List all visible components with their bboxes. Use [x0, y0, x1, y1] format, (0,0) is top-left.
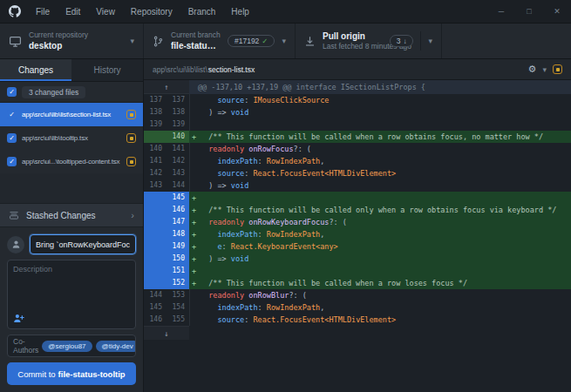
old-line-number: 139	[144, 118, 167, 131]
diff-line[interactable]: 151+	[144, 265, 571, 277]
tab-history[interactable]: History	[71, 59, 143, 82]
coauthors-field[interactable]: Co-Authors @sergiou87@tidy-dev	[7, 335, 136, 357]
diff-line-marker: +	[192, 265, 200, 277]
old-line-number	[144, 131, 167, 143]
expand-up-button[interactable]: ↑	[144, 80, 189, 94]
file-row[interactable]: app\src\ui...\tooltipped-content.tsx	[0, 150, 143, 173]
pull-origin-button[interactable]: Pull origin Last fetched 8 minutes ago 3…	[296, 24, 442, 58]
add-coauthor-icon[interactable]	[13, 313, 24, 324]
diff-line[interactable]: 140141 readonly onRowFocus?: (	[144, 143, 571, 155]
diff-line-code: +	[189, 265, 571, 277]
diff-line-code: + /** This function will be called when …	[189, 131, 571, 143]
window-controls: ─ □ ✕	[487, 2, 571, 21]
pr-status-badge[interactable]: #17192 ✓	[228, 35, 275, 47]
maximize-button[interactable]: □	[515, 2, 543, 21]
chevron-down-icon[interactable]: ▾	[282, 37, 286, 45]
old-line-number: 144	[144, 289, 167, 301]
modified-status-icon	[553, 64, 562, 74]
diff-line-marker	[192, 155, 200, 167]
diff-line[interactable]: 142143 source: React.FocusEvent<HTMLDivE…	[144, 167, 571, 179]
diff-line[interactable]: 141142 indexPath: RowIndexPath,	[144, 155, 571, 167]
commit-summary-input[interactable]	[30, 234, 136, 254]
menu-file[interactable]: File	[28, 3, 58, 21]
diff-line[interactable]: 143144 ) => void	[144, 179, 571, 192]
coauthors-pills: @sergiou87@tidy-dev	[42, 341, 136, 352]
modified-status-icon	[126, 133, 136, 143]
diff-line[interactable]: 145+	[144, 192, 571, 204]
changed-files-list: app\src\ui\lib\list\section-list.tsxapp\…	[0, 103, 143, 173]
chevron-down-icon[interactable]: ▾	[428, 37, 432, 45]
file-include-checkbox[interactable]	[7, 110, 17, 119]
diff-line-code: source: React.FocusEvent<HTMLDivElement>	[189, 314, 571, 326]
commit-description-input[interactable]	[8, 260, 135, 309]
file-include-checkbox[interactable]	[7, 133, 17, 143]
diff-line[interactable]: 139139	[144, 118, 571, 131]
menu-help[interactable]: Help	[223, 3, 257, 21]
current-repository-label: Current repository	[29, 30, 123, 40]
old-line-number	[144, 192, 167, 204]
new-line-number: 145	[167, 192, 189, 204]
close-button[interactable]: ✕	[543, 2, 571, 21]
sidebar: Changes History 3 changed files app\src\…	[0, 59, 144, 392]
diff-line[interactable]: 137137 source: IMouseClickSource	[144, 94, 571, 106]
diff-line-marker: +	[192, 216, 200, 228]
new-line-number: 150	[167, 253, 189, 265]
old-line-number	[144, 216, 167, 228]
diff-line[interactable]: 138138 ) => void	[144, 106, 571, 118]
stashed-changes-row[interactable]: Stashed Changes ›	[0, 203, 143, 227]
gear-icon[interactable]: ⚙	[528, 64, 537, 74]
diff-line[interactable]: 144153 readonly onRowBlur?: (	[144, 289, 571, 301]
select-all-checkbox[interactable]	[7, 87, 17, 97]
pull-count: 3	[397, 37, 401, 45]
diff-line-marker	[192, 94, 200, 106]
new-line-number: 142	[167, 155, 189, 167]
diff-line[interactable]: 152+ /** This function will be called wh…	[144, 277, 571, 289]
file-row[interactable]: app\src\ui\lib\tooltip.tsx	[0, 126, 143, 150]
chevron-down-icon[interactable]: ▾	[542, 65, 547, 74]
diff-line[interactable]: 145154 indexPath: RowIndexPath,	[144, 301, 571, 314]
pull-arrow-icon	[304, 36, 316, 47]
github-logo-icon	[9, 5, 21, 17]
old-line-number: 145	[144, 301, 167, 314]
titlebar: FileEditViewRepositoryBranchHelp ─ □ ✕	[0, 0, 571, 23]
file-path: app\src\ui\lib\list\section-list.tsx	[22, 111, 121, 118]
old-line-number: 146	[144, 314, 167, 326]
sidebar-spacer	[0, 173, 143, 203]
pull-origin-subtitle: Last fetched 8 minutes ago	[323, 42, 383, 51]
menu-branch[interactable]: Branch	[180, 3, 224, 21]
commit-button[interactable]: Commit to file-status-tooltip	[7, 362, 136, 385]
coauthor-pill[interactable]: @tidy-dev	[96, 341, 136, 352]
diff-line[interactable]: 140+ /** This function will be called wh…	[144, 131, 571, 143]
file-row[interactable]: app\src\ui\lib\list\section-list.tsx	[0, 103, 143, 126]
new-line-number: 153	[167, 289, 189, 301]
diff-view: ↑ @@ -137,10 +137,19 @@ interface ISecti…	[144, 80, 571, 392]
arrow-down-icon: ↓	[403, 37, 406, 45]
old-line-number: 138	[144, 106, 167, 118]
diff-line[interactable]: 149+ e: React.KeyboardEvent<any>	[144, 240, 571, 253]
file-path: app\src\ui\lib\tooltip.tsx	[22, 134, 121, 142]
diff-line-code: + /** This function will be called when …	[189, 277, 571, 289]
diff-panel: app\src\ui\lib\list\ section-list.tsx ⚙ …	[144, 59, 571, 392]
diff-line[interactable]: 148+ indexPath: RowIndexPath,	[144, 228, 571, 240]
diff-line[interactable]: 147+ readonly onRowKeyboardFocus?: (	[144, 216, 571, 228]
menu-repository[interactable]: Repository	[123, 3, 180, 21]
diff-lines: 137137 source: IMouseClickSource138138 )…	[144, 94, 571, 326]
current-repository-button[interactable]: Current repository desktop ▾	[0, 24, 144, 58]
diff-line-marker	[192, 167, 200, 179]
expand-down-button[interactable]: ↓	[144, 326, 189, 340]
diff-line[interactable]: 146+ /** This function will be called on…	[144, 204, 571, 216]
diff-line-code: readonly onRowFocus?: (	[189, 143, 571, 155]
tab-changes[interactable]: Changes	[0, 59, 71, 82]
minimize-button[interactable]: ─	[487, 2, 515, 21]
chevron-right-icon: ›	[131, 210, 134, 220]
current-branch-button[interactable]: Current branch file-status-too... #17192…	[144, 24, 296, 58]
menu-edit[interactable]: Edit	[58, 3, 88, 21]
diff-line-code: + /** This function will be called only …	[189, 204, 571, 216]
diff-line[interactable]: 150+ ) => void	[144, 253, 571, 265]
diff-line[interactable]: 146155 source: React.FocusEvent<HTMLDivE…	[144, 314, 571, 326]
menu-view[interactable]: View	[88, 3, 123, 21]
commit-button-prefix: Commit to	[17, 369, 55, 379]
file-include-checkbox[interactable]	[7, 157, 17, 166]
diff-line-code	[189, 118, 571, 131]
coauthor-pill[interactable]: @sergiou87	[42, 341, 92, 352]
